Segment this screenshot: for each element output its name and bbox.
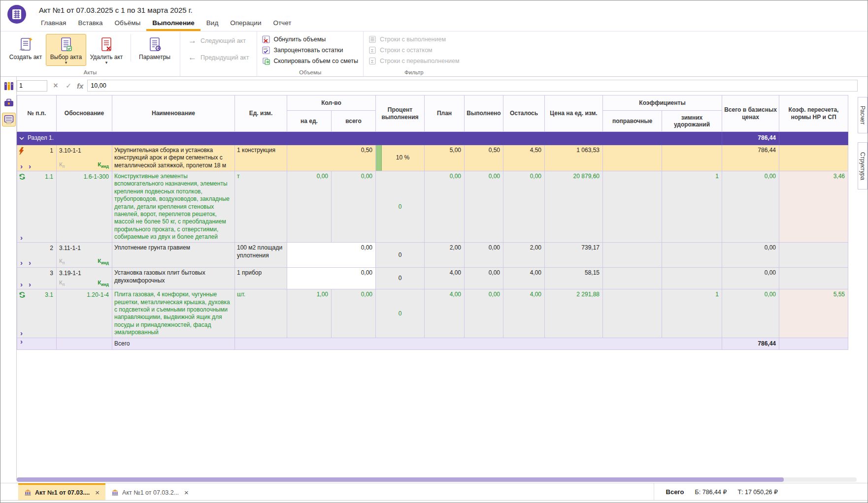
fx-function-icon[interactable]: fx: [77, 82, 83, 90]
cell-qty-total[interactable]: 0,50: [287, 145, 376, 171]
header-name[interactable]: Наименование: [112, 95, 235, 132]
confirm-entry-icon[interactable]: ✓: [64, 82, 73, 90]
header-price[interactable]: Цена на ед. изм.: [545, 95, 603, 132]
horizontal-scrollbar-thumb[interactable]: [17, 477, 784, 482]
kp-coef-label[interactable]: Кп: [59, 161, 65, 169]
expand-chevron-icon[interactable]: ››: [20, 259, 37, 266]
header-recalc[interactable]: Коэф. пересчета, нормы НР и СП: [779, 95, 848, 132]
cell-num[interactable]: 1››: [17, 145, 57, 171]
cell-unit[interactable]: 1 конструкция: [235, 145, 287, 171]
cell-unit[interactable]: шт.: [235, 289, 287, 338]
cell-code[interactable]: 3.10-1-1КпКинд: [57, 145, 112, 171]
cell-percent[interactable]: 0: [376, 289, 425, 338]
create-act-button[interactable]: Создать акт: [5, 34, 46, 62]
kind-coef-label[interactable]: Кинд: [98, 161, 109, 169]
cell-coef-winter[interactable]: [662, 243, 722, 268]
cell-done[interactable]: 0,00: [465, 289, 503, 338]
cell-total-base[interactable]: 0,00: [722, 289, 779, 338]
kind-coef-label[interactable]: Кинд: [98, 257, 109, 266]
cell-unit[interactable]: 1 прибор: [235, 268, 287, 289]
cell-unit[interactable]: 100 м2 площади уплотнения: [235, 243, 287, 268]
header-num[interactable]: № п.п.: [17, 95, 57, 132]
cell-plan[interactable]: 4,00: [425, 289, 465, 338]
section-recalc-cell[interactable]: [779, 132, 848, 145]
percent-rest-button[interactable]: 100 Запроцентовать остатки: [262, 46, 358, 55]
expand-chevron-icon[interactable]: ›: [20, 330, 29, 337]
select-act-button[interactable]: Выбор акта ▾: [46, 34, 86, 66]
cell-price[interactable]: 2 291,88: [545, 289, 603, 338]
cell-qty-total[interactable]: 0,00: [332, 289, 376, 338]
cell-coef-winter[interactable]: [662, 145, 722, 171]
cell-recalc[interactable]: [779, 145, 848, 171]
copy-volume-button[interactable]: Скопировать объем со сметы: [262, 57, 358, 65]
header-percent[interactable]: Процент выполнения: [376, 95, 425, 132]
parameters-button[interactable]: Параметры: [131, 34, 175, 62]
document-tab-1[interactable]: Акт №1 от 07.03.2...×: [105, 483, 195, 500]
header-qty-per[interactable]: на ед.: [287, 111, 332, 132]
cell-name[interactable]: Установка газовых плит бытовых двухкомфо…: [112, 268, 235, 289]
cell-percent[interactable]: 0: [376, 243, 425, 268]
cell-qty-per[interactable]: 1,00: [287, 289, 332, 338]
cell-qty-total[interactable]: 0,00: [287, 243, 376, 268]
ribbon-tab-6[interactable]: Отчет: [267, 16, 297, 31]
section-title-cell[interactable]: Раздел 1.: [17, 132, 722, 145]
close-tab-icon[interactable]: ×: [95, 488, 100, 497]
header-qty-group[interactable]: Кол-во: [287, 95, 376, 111]
cell-total-base[interactable]: 0,00: [722, 268, 779, 289]
ribbon-tab-3[interactable]: Выполнение: [146, 16, 200, 31]
document-tab-0[interactable]: Акт №1 от 07.03....×: [18, 483, 105, 500]
cell-coef-winter[interactable]: 1: [662, 171, 722, 243]
ribbon-tab-1[interactable]: Вставка: [72, 16, 108, 31]
cell-percent[interactable]: 0: [376, 268, 425, 289]
total-row-marker[interactable]: ›: [17, 338, 57, 350]
cell-qty-total[interactable]: 0,00: [287, 268, 376, 289]
cell-done[interactable]: 0,00: [465, 243, 503, 268]
header-unit[interactable]: Ед. изм.: [235, 95, 287, 132]
cell-code[interactable]: 1.20-1-4: [57, 289, 112, 338]
expand-chevron-icon[interactable]: ›: [20, 234, 29, 241]
cell-recalc[interactable]: [779, 268, 848, 289]
ribbon-tab-0[interactable]: Главная: [35, 16, 72, 31]
header-code[interactable]: Обоснование: [57, 95, 112, 132]
cell-left[interactable]: 4,00: [503, 268, 545, 289]
cell-code[interactable]: 3.11-1-1КпКинд: [57, 243, 112, 268]
header-done[interactable]: Выполнено: [465, 95, 503, 132]
cell-plan[interactable]: 4,00: [425, 268, 465, 289]
cell-percent[interactable]: 0: [376, 171, 425, 243]
cell-qty-total[interactable]: 0,00: [332, 171, 376, 243]
header-coef-corr[interactable]: поправочные: [603, 111, 662, 132]
cell-name[interactable]: Укрупнительная сборка и установка констр…: [112, 145, 235, 171]
side-tab-1[interactable]: Структура: [858, 142, 868, 189]
cell-name[interactable]: Плита газовая, 4 конфорки, чугунные реше…: [112, 289, 235, 338]
cell-coef-corr[interactable]: [603, 145, 662, 171]
cell-left[interactable]: 2,00: [503, 243, 545, 268]
cell-name[interactable]: Конструктивные элементы вспомогательного…: [112, 171, 235, 243]
cell-code[interactable]: 1.6-1-300: [57, 171, 112, 243]
header-plan[interactable]: План: [425, 95, 465, 132]
cell-plan[interactable]: 5,00: [425, 145, 465, 171]
expand-chevron-icon[interactable]: ››: [20, 163, 37, 170]
act-sheet-panel-icon[interactable]: [2, 113, 16, 126]
cell-coef-corr[interactable]: [603, 243, 662, 268]
kind-coef-label[interactable]: Кинд: [98, 279, 109, 287]
cell-reference-input[interactable]: [17, 80, 47, 92]
rows-with-remainder-button[interactable]: Σ Строки с остатком: [368, 46, 460, 55]
cell-done[interactable]: 0,50: [465, 145, 503, 171]
ribbon-tab-5[interactable]: Операции: [224, 16, 267, 31]
prev-act-button[interactable]: ← Предыдущий акт: [188, 53, 249, 63]
header-coef-group[interactable]: Коэффициенты: [603, 95, 722, 111]
kp-coef-label[interactable]: Кп: [59, 257, 65, 266]
cell-num[interactable]: 3››: [17, 268, 57, 289]
cell-coef-winter[interactable]: [662, 268, 722, 289]
cell-price[interactable]: 20 879,60: [545, 171, 603, 243]
cell-recalc[interactable]: [779, 243, 848, 268]
cell-done[interactable]: 0,00: [465, 268, 503, 289]
cell-num[interactable]: 2››: [17, 243, 57, 268]
kp-coef-label[interactable]: Кп: [59, 279, 65, 287]
zero-volumes-button[interactable]: 0, Обнулить объемы: [262, 35, 358, 44]
section-total-base-cell[interactable]: 786,44: [722, 132, 779, 145]
cell-coef-corr[interactable]: [603, 171, 662, 243]
cell-percent[interactable]: 10 %: [376, 145, 425, 171]
estimates-binder-icon[interactable]: [2, 79, 16, 93]
expand-chevron-icon[interactable]: ›: [20, 338, 29, 349]
